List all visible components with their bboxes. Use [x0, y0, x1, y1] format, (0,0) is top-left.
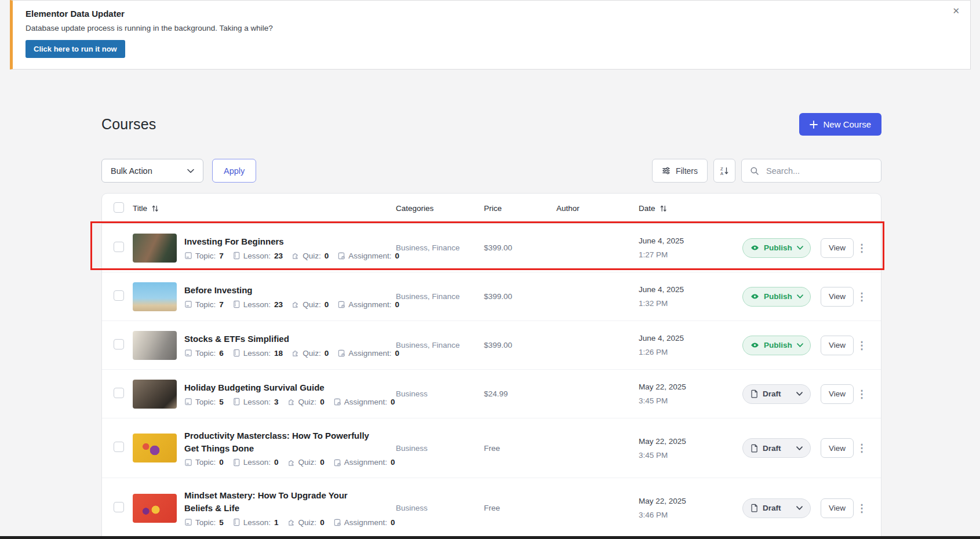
course-thumbnail[interactable]: [133, 380, 177, 409]
quiz-count: Quiz: 0: [292, 252, 329, 260]
status-dropdown[interactable]: Publish: [742, 287, 811, 307]
assignment-count: Assignment: 0: [337, 300, 399, 309]
course-thumbnail[interactable]: [133, 434, 177, 462]
lesson-count: Lesson: 1: [232, 518, 279, 527]
sort-order-button[interactable]: Z A: [713, 159, 735, 183]
row-checkbox[interactable]: [114, 442, 124, 452]
course-title[interactable]: Investing For Beginners: [184, 235, 376, 248]
kebab-menu-icon[interactable]: ⋮: [853, 440, 870, 456]
lesson-label: Lesson:: [243, 398, 271, 406]
course-info: Holiday Budgeting Survival Guide Topic: …: [184, 373, 395, 414]
column-header-title[interactable]: Title: [133, 204, 396, 213]
status-label: Publish: [764, 341, 792, 349]
status-dropdown[interactable]: Draft: [742, 438, 811, 458]
run-updater-button[interactable]: Click here to run it now: [25, 40, 125, 58]
status-cell: Draft: [742, 498, 821, 518]
lesson-icon: [232, 300, 241, 308]
kebab-menu-icon[interactable]: ⋮: [853, 289, 870, 304]
view-cell: View: [821, 287, 855, 307]
lesson-icon: [232, 518, 241, 526]
column-header-date[interactable]: Date: [639, 204, 742, 213]
status-dropdown[interactable]: Publish: [742, 238, 811, 258]
view-button[interactable]: View: [821, 238, 854, 258]
view-cell: View: [821, 498, 855, 518]
close-icon[interactable]: ✕: [950, 4, 962, 17]
eye-icon: [751, 341, 759, 349]
view-button[interactable]: View: [821, 384, 854, 404]
topic-value: 0: [219, 458, 224, 467]
new-course-button[interactable]: New Course: [799, 113, 881, 136]
course-title[interactable]: Productivity Masterclass: How To Powerfu…: [184, 429, 376, 455]
row-checkbox[interactable]: [114, 388, 124, 398]
status-dropdown[interactable]: Draft: [742, 498, 811, 518]
status-label: Publish: [764, 243, 792, 252]
quiz-label: Quiz:: [298, 518, 317, 527]
assignment-value: 0: [395, 252, 399, 260]
kebab-menu-icon[interactable]: ⋮: [853, 387, 870, 402]
kebab-menu-icon[interactable]: ⋮: [853, 501, 870, 516]
quiz-count: Quiz: 0: [292, 349, 329, 358]
categories-cell: Business: [396, 504, 484, 512]
status-dropdown[interactable]: Draft: [742, 384, 811, 404]
row-checkbox[interactable]: [114, 242, 124, 252]
price-header-label: Price: [484, 204, 502, 213]
assignment-label: Assignment:: [344, 518, 387, 527]
filters-button[interactable]: Filters: [652, 159, 708, 183]
time-value: 1:26 PM: [639, 348, 742, 356]
course-title[interactable]: Holiday Budgeting Survival Guide: [184, 381, 376, 394]
view-cell: View: [821, 384, 855, 404]
column-header-price: Price: [484, 204, 556, 213]
status-dropdown[interactable]: Publish: [742, 336, 811, 355]
course-title[interactable]: Before Investing: [184, 284, 376, 297]
table-row: Stocks & ETFs Simplified Topic: 6: [102, 321, 881, 370]
view-button[interactable]: View: [821, 287, 854, 307]
topic-count: Topic: 5: [184, 398, 224, 406]
course-cell: Stocks & ETFs Simplified Topic: 6: [133, 325, 396, 366]
sort-arrows-icon[interactable]: [151, 205, 159, 212]
course-thumbnail[interactable]: [133, 331, 177, 360]
sort-arrows-icon[interactable]: [660, 205, 667, 212]
bulk-action-select[interactable]: Bulk Action: [101, 159, 203, 183]
document-icon: [751, 504, 758, 512]
course-meta: Topic: 5 Lesson: 3: [184, 398, 395, 406]
search-input[interactable]: [765, 166, 876, 176]
elementor-notice: Elementor Data Updater Database update p…: [10, 0, 971, 70]
row-checkbox[interactable]: [114, 502, 124, 512]
course-thumbnail[interactable]: [133, 234, 177, 263]
column-header-categories: Categories: [396, 204, 484, 213]
lesson-value: 23: [274, 300, 283, 309]
course-cell: Holiday Budgeting Survival Guide Topic: …: [133, 373, 396, 414]
assignment-count: Assignment: 0: [333, 398, 395, 406]
view-button[interactable]: View: [821, 498, 854, 518]
categories-cell: Business: [396, 444, 484, 453]
assignment-label: Assignment:: [348, 252, 391, 260]
quiz-value: 0: [325, 252, 329, 260]
course-info: Before Investing Topic: 7: [184, 276, 399, 317]
course-thumbnail[interactable]: [133, 494, 177, 523]
row-checkbox[interactable]: [114, 339, 124, 349]
quiz-count: Quiz: 0: [287, 458, 325, 467]
apply-button[interactable]: Apply: [212, 159, 256, 183]
view-cell: View: [821, 438, 855, 458]
assignment-count: Assignment: 0: [337, 252, 399, 260]
price-cell: $399.00: [484, 341, 556, 349]
row-checkbox[interactable]: [114, 290, 124, 301]
course-thumbnail[interactable]: [133, 282, 177, 311]
quiz-label: Quiz:: [303, 252, 321, 260]
kebab-menu-icon[interactable]: ⋮: [853, 241, 870, 256]
topic-label: Topic:: [195, 300, 216, 309]
table-row: Holiday Budgeting Survival Guide Topic: …: [102, 370, 881, 418]
topic-count: Topic: 6: [184, 349, 224, 358]
lesson-label: Lesson:: [243, 252, 271, 260]
chevron-down-icon: [796, 446, 803, 450]
select-all-checkbox[interactable]: [114, 202, 124, 213]
time-value: 3:46 PM: [639, 511, 742, 519]
view-button[interactable]: View: [821, 438, 854, 458]
course-title[interactable]: Mindset Mastery: How To Upgrade Your Bel…: [184, 489, 376, 515]
topic-value: 7: [219, 252, 224, 260]
course-rows: Investing For Beginners Topic: 7: [102, 224, 881, 538]
course-title[interactable]: Stocks & ETFs Simplified: [184, 333, 376, 345]
quiz-value: 0: [320, 398, 325, 406]
view-button[interactable]: View: [821, 336, 854, 355]
kebab-menu-icon[interactable]: ⋮: [853, 338, 870, 353]
